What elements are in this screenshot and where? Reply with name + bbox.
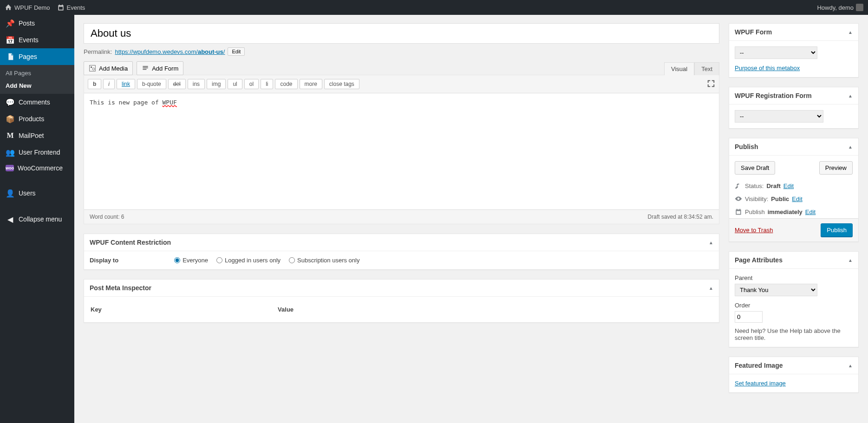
sidebar-item-comments[interactable]: 💬 Comments: [0, 94, 74, 111]
qt-img[interactable]: img: [207, 79, 226, 89]
order-label: Order: [735, 302, 853, 309]
submenu-add-new[interactable]: Add New: [0, 79, 74, 92]
permalink-link[interactable]: https://wpufdemo.wedevs.com/about-us/: [115, 48, 225, 55]
page-attributes-box: Page Attributes ▲ Parent Thank You Order…: [729, 251, 859, 347]
publish-visibility-row: Visibility: Public Edit: [735, 192, 853, 205]
publish-title: Publish: [735, 143, 758, 150]
tab-visual[interactable]: Visual: [664, 62, 694, 75]
admin-sidebar: 📌 Posts 📅 Events Pages All Pages Add New…: [0, 15, 74, 423]
toggle-featured-image[interactable]: ▲: [848, 363, 853, 368]
order-input[interactable]: [735, 311, 763, 323]
qt-ul[interactable]: ul: [228, 79, 242, 89]
qt-ol[interactable]: ol: [244, 79, 259, 89]
move-to-trash-link[interactable]: Move to Trash: [735, 227, 773, 234]
qt-link[interactable]: link: [117, 79, 135, 89]
add-media-button[interactable]: Add Media: [84, 61, 133, 75]
sidebar-item-woocommerce[interactable]: woo WooCommerce: [0, 161, 74, 176]
publish-status-row: Status: Draft Edit: [735, 179, 853, 192]
key-icon: [735, 182, 742, 189]
toggle-page-attrs[interactable]: ▲: [848, 258, 853, 263]
home-icon: [5, 4, 12, 11]
edit-permalink-button[interactable]: Edit: [228, 47, 245, 56]
qt-code[interactable]: code: [275, 79, 297, 89]
publish-button[interactable]: Publish: [821, 223, 853, 237]
sidebar-item-products[interactable]: 📦 Products: [0, 111, 74, 127]
radio-logged-in[interactable]: Logged in users only: [216, 257, 281, 264]
toolbar-events-link[interactable]: Events: [57, 4, 85, 11]
toggle-publish[interactable]: ▲: [848, 144, 853, 150]
page-attributes-title: Page Attributes: [735, 256, 783, 264]
qt-ins[interactable]: ins: [188, 79, 205, 89]
preview-button[interactable]: Preview: [819, 161, 853, 175]
sidebar-item-pages[interactable]: Pages: [0, 48, 74, 65]
qt-bold[interactable]: b: [88, 79, 101, 89]
fullscreen-icon[interactable]: [707, 79, 715, 89]
toggle-content-restriction[interactable]: ▲: [709, 240, 713, 245]
toggle-wpuf-form[interactable]: ▲: [848, 30, 853, 35]
editor-container: b i link b-quote del ins img ul ol li co…: [84, 75, 719, 224]
content-restriction-box: WPUF Content Restriction ▲ Display to Ev…: [84, 234, 719, 270]
permalink-row: Permalink: https://wpufdemo.wedevs.com/a…: [84, 47, 719, 56]
svg-rect-4: [143, 69, 147, 70]
sidebar-item-collapse[interactable]: ◀ Collapse menu: [0, 211, 74, 228]
user-frontend-icon: 👥: [6, 148, 15, 157]
qt-italic[interactable]: i: [103, 79, 115, 89]
visibility-icon: [735, 195, 742, 202]
parent-select[interactable]: Thank You: [735, 284, 817, 296]
pmi-header-key: Key: [91, 303, 277, 316]
page-title-input[interactable]: [84, 23, 719, 44]
wpuf-form-title: WPUF Form: [735, 28, 772, 36]
qt-close[interactable]: close tags: [324, 79, 359, 89]
featured-image-title: Featured Image: [735, 362, 783, 369]
submenu-all-pages[interactable]: All Pages: [0, 67, 74, 79]
display-to-label: Display to: [90, 257, 118, 264]
sidebar-item-users[interactable]: 👤 Users: [0, 185, 74, 202]
calendar-icon: [57, 4, 65, 11]
qt-del[interactable]: del: [168, 79, 186, 89]
sidebar-item-user-frontend[interactable]: 👥 User Frontend: [0, 144, 74, 161]
pin-icon: 📌: [6, 19, 15, 28]
toolbar-user-menu[interactable]: Howdy, demo: [817, 4, 863, 11]
qt-li[interactable]: li: [261, 79, 273, 89]
avatar-icon: [856, 4, 863, 11]
tab-text[interactable]: Text: [694, 62, 719, 75]
edit-visibility-link[interactable]: Edit: [792, 195, 802, 202]
add-form-button[interactable]: Add Form: [137, 61, 183, 75]
comment-icon: 💬: [6, 98, 15, 107]
toggle-pmi[interactable]: ▲: [709, 286, 713, 291]
content-restriction-title: WPUF Content Restriction: [90, 239, 171, 246]
publish-box: Publish ▲ Save Draft Preview Status: Dra…: [729, 138, 859, 242]
parent-label: Parent: [735, 274, 853, 281]
save-draft-button[interactable]: Save Draft: [735, 161, 775, 175]
qt-bquote[interactable]: b-quote: [137, 79, 166, 89]
post-meta-inspector-box: Post Meta Inspector ▲ KeyValue: [84, 279, 719, 323]
wpuf-reg-title: WPUF Registration Form: [735, 92, 812, 99]
admin-toolbar: WPUF Demo Events Howdy, demo: [0, 0, 868, 15]
toggle-wpuf-reg[interactable]: ▲: [848, 93, 853, 98]
featured-image-box: Featured Image ▲ Set featured image: [729, 357, 859, 393]
form-icon: [142, 65, 149, 72]
sidebar-item-mailpoet[interactable]: M MailPoet: [0, 127, 74, 144]
svg-rect-2: [143, 66, 148, 67]
sidebar-item-events[interactable]: 📅 Events: [0, 32, 74, 48]
edit-schedule-link[interactable]: Edit: [805, 208, 816, 215]
sidebar-item-posts[interactable]: 📌 Posts: [0, 15, 74, 32]
wpuf-reg-select[interactable]: --: [735, 110, 823, 123]
mailpoet-icon: M: [6, 131, 15, 140]
set-featured-image-link[interactable]: Set featured image: [735, 380, 786, 387]
wpuf-form-select[interactable]: --: [735, 46, 817, 59]
edit-status-link[interactable]: Edit: [783, 182, 794, 189]
wpuf-form-purpose-link[interactable]: Purpose of this metabox: [735, 65, 800, 72]
content-textarea[interactable]: This is new page of WPUF: [84, 93, 719, 209]
svg-point-1: [92, 68, 95, 70]
calendar-icon: 📅: [6, 35, 15, 45]
woo-icon: woo: [6, 165, 14, 171]
qt-more[interactable]: more: [300, 79, 322, 89]
radio-subscription[interactable]: Subscription users only: [289, 257, 359, 264]
radio-everyone[interactable]: Everyone: [174, 257, 208, 264]
product-icon: 📦: [6, 114, 15, 124]
sidebar-submenu-pages: All Pages Add New: [0, 65, 74, 94]
toolbar-site-link[interactable]: WPUF Demo: [5, 4, 50, 11]
svg-rect-3: [143, 67, 148, 68]
quicktags-toolbar: b i link b-quote del ins img ul ol li co…: [84, 75, 719, 93]
